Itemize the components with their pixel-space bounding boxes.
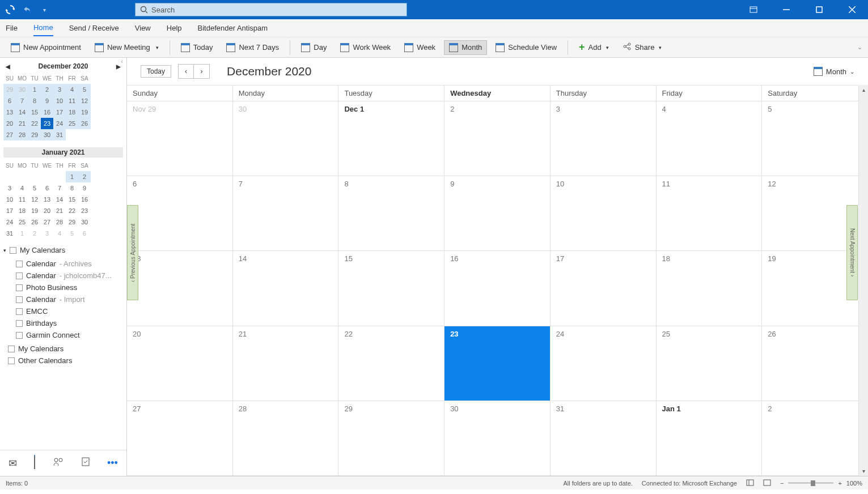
next-7-days-button[interactable]: Next 7 Days	[221, 40, 284, 55]
mini-day[interactable]: 18	[16, 205, 28, 216]
mini-day[interactable]: 4	[66, 84, 78, 95]
calendar-day[interactable]: 14	[233, 251, 339, 325]
sync-icon[interactable]	[5, 4, 16, 15]
tree-group-my-calendars-2[interactable]: My Calendars	[3, 344, 123, 353]
mini-day[interactable]: 6	[3, 95, 16, 107]
mini-day[interactable]: 2	[78, 171, 91, 182]
checkbox[interactable]	[8, 346, 15, 352]
menu-bitdefender-antispam[interactable]: Bitdefender Antispam	[198, 20, 268, 36]
mini-day[interactable]: 21	[53, 205, 66, 216]
mini-day[interactable]: 15	[66, 194, 78, 205]
calendar-day[interactable]: 17	[551, 251, 657, 325]
mini-day[interactable]: 13	[41, 194, 53, 205]
menu-view[interactable]: View	[135, 20, 151, 36]
next-month-icon[interactable]: ▶	[116, 63, 121, 70]
mini-day[interactable]: 5	[66, 228, 78, 239]
mini-day[interactable]: 22	[66, 205, 78, 216]
next-period-button[interactable]: ›	[194, 64, 210, 79]
mini-day[interactable]: 7	[16, 95, 28, 107]
mini-day[interactable]: 13	[3, 107, 16, 118]
mini-day[interactable]: 24	[3, 216, 16, 228]
tasks-icon[interactable]	[81, 457, 90, 470]
tree-group-other-calendars[interactable]: Other Calendars	[3, 356, 123, 365]
calendar-day[interactable]: 24	[551, 326, 657, 401]
today-button[interactable]: Today	[176, 40, 218, 55]
calendar-day[interactable]: 4	[657, 101, 763, 176]
mini-day[interactable]: 20	[41, 205, 53, 216]
calendar-day[interactable]: 11	[657, 176, 763, 250]
zoom-out-icon[interactable]: −	[780, 480, 784, 487]
close-icon[interactable]	[841, 1, 863, 18]
mini-day[interactable]: 23	[41, 118, 53, 129]
calendar-day[interactable]: 30	[444, 401, 551, 475]
calendar-day[interactable]: 31	[551, 401, 657, 475]
calendar-item[interactable]: Birthdays	[3, 317, 123, 329]
mini-day[interactable]: 5	[78, 84, 91, 95]
calendar-day[interactable]: 2	[762, 401, 868, 475]
menu-send-receive[interactable]: Send / Receive	[69, 20, 119, 36]
calendar-day[interactable]: 28	[233, 401, 339, 475]
checkbox[interactable]	[8, 357, 15, 364]
mini-day[interactable]: 7	[53, 182, 66, 194]
goto-today-button[interactable]: Today	[141, 65, 171, 78]
minimize-icon[interactable]	[775, 1, 798, 18]
mini-day[interactable]: 17	[3, 205, 16, 216]
mini-day[interactable]: 9	[78, 182, 91, 194]
calendar-item[interactable]: Garmin Connect	[3, 329, 123, 341]
calendar-item[interactable]: Calendar - Import	[3, 293, 123, 305]
calendar-item[interactable]: Calendar - Archives	[3, 258, 123, 270]
work-week-view-button[interactable]: Work Week	[335, 40, 396, 55]
checkbox[interactable]	[16, 272, 23, 279]
mini-day[interactable]: 4	[16, 182, 28, 194]
mini-day[interactable]: 11	[16, 194, 28, 205]
day-view-button[interactable]: Day	[296, 40, 332, 55]
checkbox[interactable]	[16, 320, 23, 327]
customize-qat-icon[interactable]: ▾	[39, 4, 50, 15]
mini-day[interactable]: 14	[16, 107, 28, 118]
mini-day[interactable]: 29	[66, 216, 78, 228]
schedule-view-button[interactable]: Schedule View	[490, 40, 562, 55]
calendar-day[interactable]: 21	[233, 326, 339, 401]
calendar-day[interactable]: 5	[762, 101, 868, 176]
mini-day[interactable]: 22	[28, 118, 41, 129]
prev-period-button[interactable]: ‹	[178, 64, 194, 79]
next-appointment-button[interactable]: Next Appointment ›	[846, 205, 858, 300]
calendar-day[interactable]: Jan 1	[657, 401, 763, 475]
mini-day[interactable]: 11	[66, 95, 78, 107]
mini-day[interactable]: 30	[78, 216, 91, 228]
mini-day[interactable]: 2	[41, 84, 53, 95]
more-icon[interactable]: •••	[107, 457, 118, 469]
mini-day[interactable]: 21	[16, 118, 28, 129]
mini-day[interactable]: 30	[41, 129, 53, 140]
mini-day[interactable]: 29	[28, 129, 41, 140]
calendar-item[interactable]: Photo Business	[3, 282, 123, 293]
calendar-day[interactable]: Nov 29	[127, 101, 233, 176]
view-normal-icon[interactable]	[746, 479, 754, 487]
mini-day[interactable]: 8	[28, 95, 41, 107]
mini-day[interactable]: 6	[41, 182, 53, 194]
scroll-down-icon[interactable]: ▾	[859, 466, 868, 476]
mini-day[interactable]: 6	[78, 228, 91, 239]
calendar-day[interactable]: 8	[338, 176, 444, 250]
mini-day[interactable]: 26	[78, 118, 91, 129]
mini-day[interactable]: 15	[28, 107, 41, 118]
mini-day[interactable]: 8	[66, 182, 78, 194]
mini-day[interactable]: 17	[53, 107, 66, 118]
maximize-icon[interactable]	[808, 1, 831, 18]
mini-day[interactable]: 2	[28, 228, 41, 239]
calendar-day[interactable]: 26	[762, 326, 868, 401]
mini-day[interactable]: 4	[53, 228, 66, 239]
view-selector[interactable]: Month ⌄	[814, 67, 854, 76]
ribbon-display-icon[interactable]	[742, 1, 765, 18]
calendar-grid[interactable]: Nov 2930Dec 1234567891011121314151617181…	[127, 101, 868, 476]
prev-month-icon[interactable]: ◀	[6, 63, 10, 70]
mini-day[interactable]: 3	[41, 228, 53, 239]
mini-day[interactable]: 9	[41, 95, 53, 107]
calendar-day[interactable]: 9	[444, 176, 551, 250]
mini-day[interactable]: 3	[3, 182, 16, 194]
calendar-day[interactable]: 2	[444, 101, 551, 176]
mini-day[interactable]: 16	[41, 107, 53, 118]
people-icon[interactable]	[53, 457, 64, 470]
mini-day[interactable]: 10	[53, 95, 66, 107]
checkbox[interactable]	[16, 261, 23, 267]
